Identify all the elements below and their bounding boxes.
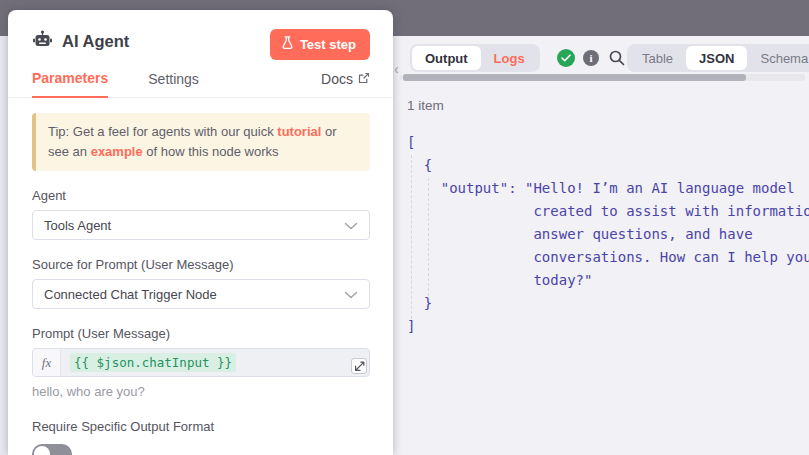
search-icon[interactable] (608, 49, 626, 71)
agent-select[interactable]: Tools Agent (32, 210, 370, 240)
node-title: AI Agent (62, 32, 129, 51)
expression-value: {{ $json.chatInput }} (70, 353, 236, 372)
tab-table[interactable]: Table (629, 46, 686, 70)
output-logs-tabs: Output Logs (410, 44, 540, 72)
agent-select-value: Tools Agent (44, 218, 111, 233)
output-format-toggle[interactable] (32, 444, 72, 455)
screen: AI Agent Test step Parameters Settings D… (0, 0, 809, 455)
node-settings-panel: AI Agent Test step Parameters Settings D… (8, 10, 393, 455)
tab-json[interactable]: JSON (686, 46, 747, 70)
chevron-down-icon (344, 218, 358, 233)
info-icon[interactable]: i (583, 50, 599, 66)
tip-text-suffix: of how this node works (143, 144, 279, 159)
horizontal-scrollbar-thumb[interactable] (403, 74, 746, 81)
items-count: 1 item (407, 98, 444, 113)
docs-label: Docs (321, 71, 353, 87)
example-link[interactable]: example (91, 144, 143, 159)
prompt-evaluated-hint: hello, who are you? (32, 384, 370, 399)
chevron-down-icon (344, 287, 358, 302)
fx-badge: fx (33, 349, 61, 376)
tab-parameters[interactable]: Parameters (32, 70, 108, 98)
success-check-icon[interactable] (557, 49, 575, 67)
output-format-label: Require Specific Output Format (32, 419, 370, 434)
tip-text: Tip: Get a feel for agents with our quic… (48, 124, 277, 139)
tab-schema[interactable]: Schema (747, 46, 809, 70)
prompt-field-label: Prompt (User Message) (32, 326, 370, 341)
prompt-source-select[interactable]: Connected Chat Trigger Node (32, 279, 370, 309)
tab-bar: Parameters Settings Docs (8, 64, 393, 98)
tab-logs[interactable]: Logs (481, 46, 538, 70)
canvas-edge (0, 36, 8, 455)
agent-field-label: Agent (32, 188, 370, 203)
view-mode-tabs: Table JSON Schema (627, 44, 809, 72)
test-step-label: Test step (300, 37, 356, 52)
prompt-expression-input[interactable]: fx {{ $json.chatInput }} (32, 348, 370, 377)
external-link-icon (358, 71, 370, 87)
tutorial-link[interactable]: tutorial (277, 124, 321, 139)
flask-icon (282, 36, 293, 52)
tab-docs[interactable]: Docs (321, 71, 370, 97)
toggle-knob (34, 446, 50, 455)
source-field-label: Source for Prompt (User Message) (32, 257, 370, 272)
expand-expression-button[interactable] (351, 358, 367, 374)
node-header: AI Agent Test step (8, 10, 393, 64)
tab-output[interactable]: Output (412, 46, 481, 70)
json-output-view: [ { "output": "Hello! I’m an AI language… (407, 131, 809, 338)
tip-callout: Tip: Get a feel for agents with our quic… (32, 113, 370, 171)
prompt-source-value: Connected Chat Trigger Node (44, 287, 217, 302)
panel-collapse-arrow[interactable]: ‹ (394, 61, 399, 77)
robot-icon (32, 30, 53, 53)
tab-settings[interactable]: Settings (148, 71, 199, 97)
test-step-button[interactable]: Test step (270, 29, 370, 60)
